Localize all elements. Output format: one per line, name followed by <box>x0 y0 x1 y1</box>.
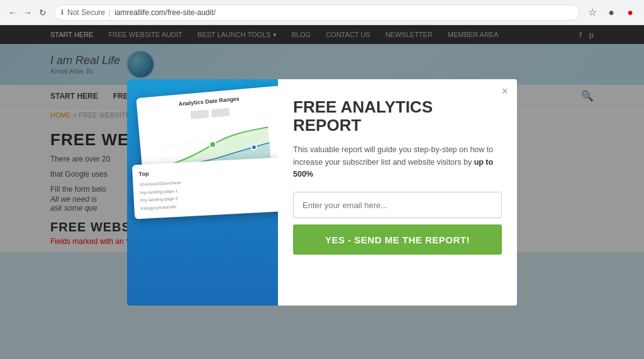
address-bar[interactable]: ℹ Not Secure | iamreallife.com/free-site… <box>54 4 580 21</box>
profile-button[interactable]: ● <box>604 5 619 20</box>
url-list: /checkout/2/purchase /my-landing-page-1 … <box>139 174 278 213</box>
browser-nav-arrows: ← → ↻ <box>6 6 49 19</box>
date-btn-2[interactable] <box>211 108 230 118</box>
analytics-urls-card: Top /checkout/2/purchase /my-landing-pag… <box>132 157 278 219</box>
refresh-button[interactable]: ↻ <box>36 6 49 19</box>
date-btn-1[interactable] <box>190 109 209 119</box>
forward-button[interactable]: → <box>21 6 34 19</box>
url-text: iamreallife.com/free-site-audit/ <box>114 8 216 17</box>
browser-chrome: ← → ↻ ℹ Not Secure | iamreallife.com/fre… <box>0 0 644 25</box>
analytics-modal: Analytics Date Ranges <box>127 79 517 306</box>
security-icon: ℹ <box>61 8 64 16</box>
modal-description: This valuable report will guide you step… <box>293 144 502 180</box>
not-secure-label: Not Secure <box>67 8 105 17</box>
submit-button[interactable]: YES - Send me the Report! <box>293 224 502 255</box>
chart-blue-dot <box>252 144 257 150</box>
browser-actions: ☆ ● ● <box>585 5 638 20</box>
modal-left-panel: Analytics Date Ranges <box>127 79 278 306</box>
extensions-button[interactable]: ● <box>623 5 638 20</box>
chart-green-dot <box>209 141 216 148</box>
page-background: START HERE FREE WEBSITE AUDIT BEST LAUNC… <box>0 25 644 359</box>
back-button[interactable]: ← <box>6 6 19 19</box>
bookmark-button[interactable]: ☆ <box>585 5 600 20</box>
email-input[interactable] <box>293 192 502 218</box>
modal-right-panel: × FREE ANALYTICS REPORT This valuable re… <box>278 79 517 306</box>
modal-overlay[interactable]: Analytics Date Ranges <box>0 25 644 359</box>
address-separator: | <box>109 8 111 17</box>
modal-close-button[interactable]: × <box>501 86 508 97</box>
modal-title: FREE ANALYTICS REPORT <box>293 98 502 136</box>
